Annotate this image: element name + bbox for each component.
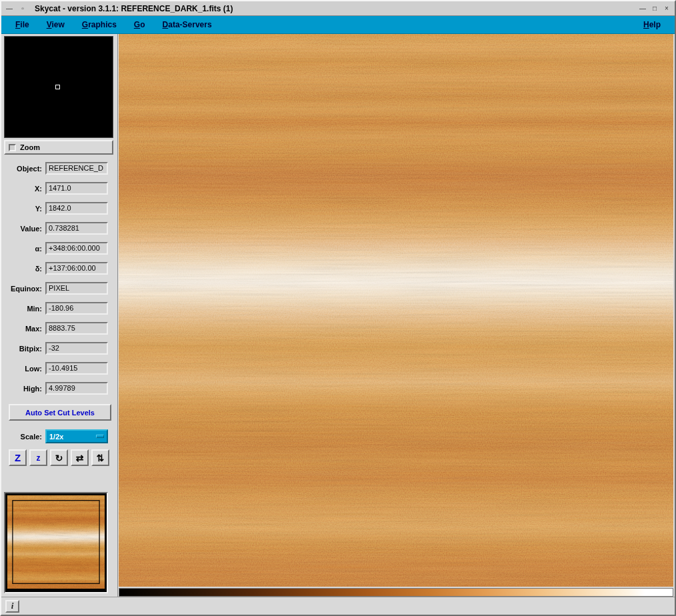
high-label: High:	[4, 385, 45, 393]
menu-view[interactable]: View	[38, 17, 73, 32]
field-row-low: Low: -10.4915	[4, 362, 115, 375]
scale-select[interactable]: 1/2x	[45, 429, 108, 443]
field-row-ra: α: +348:06:00.000	[4, 242, 115, 255]
flip-x-icon[interactable]: ⇄	[71, 449, 89, 466]
zoom-checkbox-label: Zoom	[20, 143, 40, 151]
min-label: Min:	[4, 305, 45, 313]
zoom-cursor-marker	[55, 85, 60, 89]
auto-set-cut-levels-button[interactable]: Auto Set Cut Levels	[9, 404, 111, 421]
field-row-dec: δ: +137:06:00.00	[4, 262, 115, 275]
equinox-field[interactable]: PIXEL	[45, 282, 108, 295]
y-label: Y:	[4, 205, 45, 213]
x-field[interactable]: 1471.0	[45, 182, 108, 195]
maximize-icon[interactable]: □	[649, 4, 660, 13]
bitpix-field[interactable]: -32	[45, 342, 108, 355]
scale-value: 1/2x	[49, 433, 63, 441]
menu-data-servers[interactable]: Data-Servers	[154, 17, 221, 32]
field-row-y: Y: 1842.0	[4, 202, 115, 215]
zoom-preview-canvas	[4, 36, 113, 138]
statusbar: i	[1, 597, 675, 615]
colorbar[interactable]	[119, 588, 673, 597]
rotate-icon[interactable]: ↻	[50, 449, 68, 466]
menu-go[interactable]: Go	[125, 17, 154, 32]
minimize-icon[interactable]: —	[637, 4, 648, 13]
y-field[interactable]: 1842.0	[45, 202, 108, 215]
object-label: Object:	[4, 165, 45, 173]
zoom-checkbox[interactable]	[9, 144, 16, 151]
main-image-canvas[interactable]	[119, 34, 673, 587]
pan-image	[7, 495, 105, 589]
low-label: Low:	[4, 365, 45, 373]
menu-graphics[interactable]: Graphics	[73, 17, 125, 32]
window-title: Skycat - version 3.1.1: REFERENCE_DARK_1…	[35, 4, 635, 13]
field-row-bitpix: Bitpix: -32	[4, 342, 115, 355]
field-row-value: Value: 0.738281	[4, 222, 115, 235]
option-menu-indicator-icon	[96, 435, 104, 438]
field-row-max: Max: 8883.75	[4, 322, 115, 335]
pan-window[interactable]	[4, 492, 108, 593]
scale-row: Scale: 1/2x	[4, 429, 115, 443]
object-field[interactable]: REFERENCE_D	[45, 162, 108, 175]
window-sticky-icon[interactable]: ▫	[17, 4, 28, 13]
dec-label: δ:	[4, 265, 45, 273]
menu-help[interactable]: Help	[635, 17, 669, 32]
window-menu-icon[interactable]: —	[4, 4, 15, 13]
titlebar[interactable]: — ▫ Skycat - version 3.1.1: REFERENCE_DA…	[1, 1, 675, 16]
x-label: X:	[4, 185, 45, 193]
image-toolbar: Z z ↻ ⇄ ⇅	[9, 449, 115, 466]
bitpix-label: Bitpix:	[4, 345, 45, 353]
readout-fields: Object: REFERENCE_D X: 1471.0 Y: 1842.0 …	[4, 162, 115, 402]
max-label: Max:	[4, 325, 45, 333]
menubar: File View Graphics Go Data-Servers Help	[1, 16, 675, 34]
ra-field[interactable]: +348:06:00.000	[45, 242, 108, 255]
zoom-out-button[interactable]: z	[29, 449, 47, 466]
close-icon[interactable]: ×	[661, 4, 672, 13]
info-button[interactable]: i	[5, 600, 19, 613]
high-field[interactable]: 4.99789	[45, 382, 108, 395]
zoom-in-button[interactable]: Z	[9, 449, 27, 466]
ra-label: α:	[4, 245, 45, 253]
field-row-x: X: 1471.0	[4, 182, 115, 195]
fits-image	[119, 34, 673, 587]
low-field[interactable]: -10.4915	[45, 362, 108, 375]
equinox-label: Equinox:	[4, 285, 45, 293]
min-field[interactable]: -180.96	[45, 302, 108, 315]
value-field[interactable]: 0.738281	[45, 222, 108, 235]
max-field[interactable]: 8883.75	[45, 322, 108, 335]
menu-file[interactable]: File	[7, 17, 38, 32]
image-viewport	[119, 34, 675, 597]
main-content: Zoom Object: REFERENCE_D X: 1471.0 Y: 18…	[1, 34, 675, 597]
dec-field[interactable]: +137:06:00.00	[45, 262, 108, 275]
scale-label: Scale:	[4, 433, 45, 441]
zoom-toggle-row: Zoom	[4, 140, 113, 155]
field-row-high: High: 4.99789	[4, 382, 115, 395]
field-row-equinox: Equinox: PIXEL	[4, 282, 115, 295]
value-label: Value:	[4, 225, 45, 233]
field-row-object: Object: REFERENCE_D	[4, 162, 115, 175]
control-panel: Zoom Object: REFERENCE_D X: 1471.0 Y: 18…	[1, 34, 119, 597]
field-row-min: Min: -180.96	[4, 302, 115, 315]
flip-y-icon[interactable]: ⇅	[91, 449, 109, 466]
skycat-window: — ▫ Skycat - version 3.1.1: REFERENCE_DA…	[0, 0, 676, 616]
